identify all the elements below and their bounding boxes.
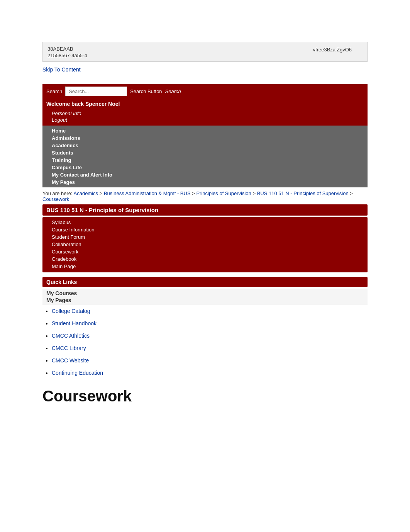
search-row: Search Search Button Search <box>42 84 368 99</box>
course-nav: Syllabus Course Information Student Foru… <box>42 217 368 272</box>
list-item: Continuing Education <box>52 370 368 376</box>
breadcrumb: You are here: Academics > Business Admin… <box>42 190 368 202</box>
student-handbook-link[interactable]: Student Handbook <box>52 320 97 326</box>
course-nav-student-forum[interactable]: Student Forum <box>52 233 364 241</box>
list-item: CMCC Athletics <box>52 333 368 339</box>
welcome-row: Welcome back Spencer Noel <box>42 99 368 109</box>
search-label: Search <box>46 88 62 94</box>
quick-links-list: College Catalog Student Handbook CMCC At… <box>42 308 368 376</box>
list-item: CMCC Library <box>52 345 368 351</box>
course-nav-syllabus[interactable]: Syllabus <box>52 219 364 226</box>
course-nav-course-info[interactable]: Course Information <box>52 226 364 233</box>
breadcrumb-course[interactable]: BUS 110 51 N - Principles of Supervision <box>257 190 349 196</box>
my-pages-link[interactable]: My Pages <box>46 297 364 303</box>
list-item: CMCC Website <box>52 357 368 364</box>
continuing-education-link[interactable]: Continuing Education <box>52 370 103 376</box>
list-item: College Catalog <box>52 308 368 314</box>
personal-info-link[interactable]: Personal Info <box>52 110 364 117</box>
course-nav-main-page[interactable]: Main Page <box>52 263 364 270</box>
search-button-text[interactable]: Search <box>165 88 181 94</box>
breadcrumb-business[interactable]: Business Administration & Mgmt - BUS <box>104 190 191 196</box>
list-item: Student Handbook <box>52 320 368 326</box>
nav-academics[interactable]: Academics <box>52 142 364 149</box>
nav-campus-life[interactable]: Campus Life <box>52 164 364 171</box>
my-courses-link[interactable]: My Courses <box>46 290 364 296</box>
course-nav-collaboration[interactable]: Collaboration <box>52 241 364 248</box>
quick-links-title: Quick Links <box>46 279 77 285</box>
nav-contact-alert[interactable]: My Contact and Alert Info <box>52 171 364 178</box>
nav-students[interactable]: Students <box>52 149 364 156</box>
nav-container: Search Search Button Search Welcome back… <box>42 84 368 187</box>
quick-links-bar: Quick Links <box>42 277 368 287</box>
page-title: Coursework <box>42 388 368 405</box>
nav-training[interactable]: Training <box>52 156 364 164</box>
main-nav: Home Admissions Academics Students Train… <box>42 126 368 187</box>
user-menu: Personal Info Logout <box>42 109 368 126</box>
breadcrumb-coursework[interactable]: Coursework <box>42 196 69 202</box>
skip-to-content-link[interactable]: Skip To Content <box>42 66 410 73</box>
my-links: My Courses My Pages <box>42 289 368 305</box>
search-button-label: Search Button <box>130 88 162 94</box>
breadcrumb-academics[interactable]: Academics <box>74 190 98 196</box>
cmcc-athletics-link[interactable]: CMCC Athletics <box>52 333 90 339</box>
nav-home[interactable]: Home <box>52 127 364 134</box>
course-header-title: BUS 110 51 N - Principles of Supervision <box>46 207 158 213</box>
cmcc-website-link[interactable]: CMCC Website <box>52 357 89 364</box>
you-are-here: You are here: <box>42 190 73 196</box>
session-id: 21558567-4a55-4 <box>47 53 363 58</box>
course-nav-gradebook[interactable]: Gradebook <box>52 255 364 263</box>
breadcrumb-principles[interactable]: Principles of Supervision <box>196 190 251 196</box>
token-label: vfree3BzalZgvO6 <box>313 47 352 53</box>
top-bar: vfree3BzalZgvO6 38ABEAAB 21558567-4a55-4 <box>42 42 368 62</box>
course-nav-coursework[interactable]: Coursework <box>52 248 364 255</box>
nav-my-pages[interactable]: My Pages <box>52 178 364 186</box>
course-header: BUS 110 51 N - Principles of Supervision <box>42 204 368 216</box>
nav-admissions[interactable]: Admissions <box>52 134 364 142</box>
welcome-username: Spencer Noel <box>85 101 120 107</box>
welcome-prefix: Welcome back <box>46 101 85 107</box>
cmcc-library-link[interactable]: CMCC Library <box>52 345 86 351</box>
logout-link[interactable]: Logout <box>52 117 364 123</box>
college-catalog-link[interactable]: College Catalog <box>52 308 90 314</box>
search-input[interactable] <box>65 87 127 96</box>
